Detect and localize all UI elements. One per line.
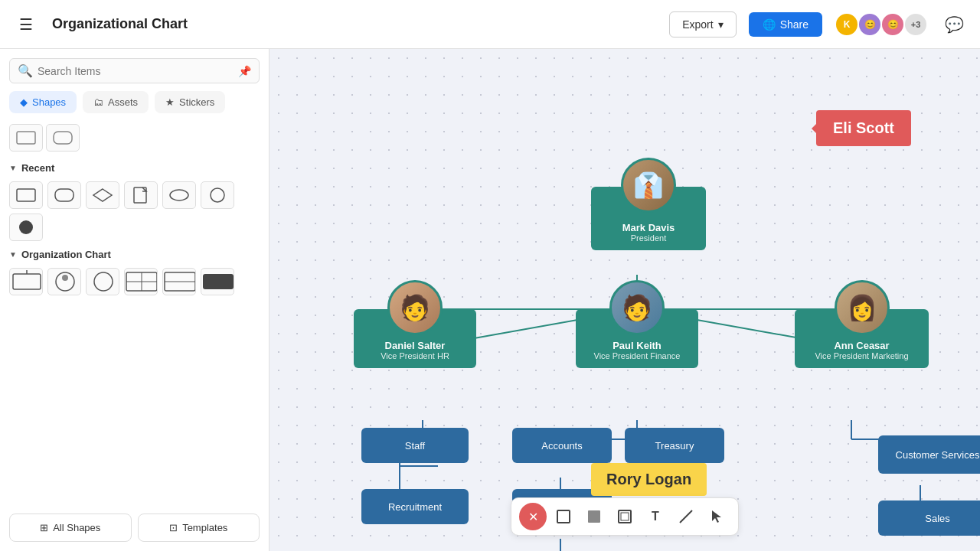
all-shapes-label: All Shapes: [53, 522, 100, 533]
mini-shape-1[interactable]: [9, 124, 43, 152]
staff-node[interactable]: Staff: [361, 428, 469, 463]
avatar-3: 😊: [880, 12, 905, 37]
canvas-toolbar: ✕ T: [511, 497, 739, 536]
svg-rect-3: [55, 189, 74, 201]
rect-tool-button[interactable]: [550, 503, 577, 530]
shape-rect-rounded[interactable]: [47, 181, 81, 209]
shape-page[interactable]: [124, 181, 158, 209]
recruitment-label: Recruitment: [388, 501, 442, 513]
sidebar: 🔍 📌 ◆ Shapes 🗂 Assets ★ Stickers: [0, 49, 270, 551]
grid-icon: ⊞: [40, 522, 48, 533]
header: ☰ Organizational Chart Export ▾ 🌐 Share …: [0, 0, 980, 49]
svg-rect-0: [17, 132, 35, 144]
pointer-tool-button[interactable]: [703, 503, 730, 530]
stickers-label: Stickers: [179, 96, 214, 108]
vp-marketing-title: Vice President Marketing: [802, 351, 921, 360]
all-shapes-button[interactable]: ⊞ All Shapes: [9, 514, 132, 542]
text-tool-button[interactable]: T: [642, 503, 669, 530]
recruitment-node[interactable]: Recruitment: [361, 489, 469, 524]
tab-assets[interactable]: 🗂 Assets: [83, 91, 149, 113]
recent-label: Recent: [21, 162, 54, 174]
shape-ellipse[interactable]: [201, 181, 234, 209]
sales-label: Sales: [925, 513, 950, 524]
svg-rect-1: [54, 132, 72, 144]
shape-diamond[interactable]: [86, 181, 119, 209]
accounts-node[interactable]: Accounts: [512, 428, 612, 463]
svg-point-6: [170, 190, 188, 201]
line-tool-button[interactable]: [672, 503, 700, 530]
org-shape-2[interactable]: [47, 268, 81, 295]
globe-icon: 🌐: [763, 18, 776, 31]
pin-button[interactable]: 📌: [238, 65, 251, 77]
vp-finance-node[interactable]: 🧑 Paul Keith Vice President Finance: [576, 309, 698, 368]
president-name: Mark Davis: [599, 222, 698, 233]
rory-logan-tooltip: Rory Logan: [591, 463, 707, 496]
svg-rect-43: [621, 513, 629, 520]
org-section-header[interactable]: ▼ Organization Chart: [9, 249, 260, 260]
vp-hr-name: Daniel Salter: [361, 340, 469, 351]
svg-rect-2: [17, 189, 35, 201]
president-node[interactable]: 👔 Mark Davis President: [591, 187, 706, 250]
close-toolbar-button[interactable]: ✕: [519, 503, 547, 530]
org-shape-4[interactable]: [124, 268, 158, 295]
accounts-label: Accounts: [541, 440, 582, 452]
svg-rect-40: [557, 510, 570, 523]
svg-point-7: [211, 188, 224, 202]
shape-rect[interactable]: [9, 181, 43, 209]
shape-ellipse-wide[interactable]: [162, 181, 196, 209]
assets-label: Assets: [108, 96, 138, 108]
treasury-label: Treasury: [655, 440, 694, 452]
main-area: 🔍 📌 ◆ Shapes 🗂 Assets ★ Stickers: [0, 49, 980, 551]
sales-node[interactable]: Sales: [878, 500, 980, 536]
mini-shape-2[interactable]: [46, 124, 80, 152]
org-label: Organization Chart: [21, 249, 111, 260]
rory-logan-text: Rory Logan: [606, 471, 691, 487]
search-input[interactable]: [38, 65, 234, 77]
shapes-label: Shapes: [32, 96, 66, 108]
org-shape-5[interactable]: [162, 268, 196, 295]
tab-stickers[interactable]: ★ Stickers: [155, 91, 225, 113]
org-shapes: [9, 268, 260, 295]
avatar-1: K: [835, 12, 859, 37]
mini-shape-row: [9, 121, 260, 155]
vp-finance-name: Paul Keith: [583, 340, 691, 351]
customer-services-node[interactable]: Customer Services: [878, 435, 980, 474]
share-label: Share: [780, 18, 808, 31]
org-shape-6[interactable]: [201, 268, 234, 295]
frame-tool-button[interactable]: [611, 503, 639, 530]
svg-rect-41: [588, 510, 600, 523]
export-button[interactable]: Export ▾: [669, 11, 736, 37]
president-title: President: [599, 233, 698, 243]
canvas[interactable]: 👔 Mark Davis President 🧑 Daniel Salter V…: [270, 49, 980, 551]
svg-line-44: [680, 510, 692, 523]
diamond-icon: ◆: [20, 96, 28, 108]
svg-rect-42: [619, 510, 631, 523]
menu-button[interactable]: ☰: [12, 11, 40, 38]
svg-rect-19: [203, 274, 234, 289]
vp-hr-node[interactable]: 🧑 Daniel Salter Vice President HR: [354, 309, 476, 368]
shape-circle-filled[interactable]: [9, 214, 43, 241]
customer-services-label: Customer Services: [896, 449, 980, 461]
avatar-count: +3: [903, 12, 928, 37]
org-shape-3[interactable]: [86, 268, 119, 295]
org-shape-1[interactable]: [9, 268, 43, 295]
svg-point-8: [19, 220, 33, 234]
tab-shapes[interactable]: ◆ Shapes: [9, 91, 77, 113]
vp-marketing-node[interactable]: 👩 Ann Ceasar Vice President Marketing: [795, 309, 929, 368]
templates-button[interactable]: ⊡ Templates: [138, 514, 260, 542]
share-button[interactable]: 🌐 Share: [749, 12, 822, 37]
avatar-2: 😊: [858, 12, 882, 37]
search-icon: 🔍: [18, 64, 33, 78]
chevron-down-icon: ▾: [718, 18, 724, 31]
treasury-node[interactable]: Treasury: [625, 428, 724, 463]
recent-section-header[interactable]: ▼ Recent: [9, 162, 260, 174]
rect-fill-tool-button[interactable]: [580, 503, 608, 530]
comment-button[interactable]: 💬: [940, 11, 968, 38]
staff-label: Staff: [405, 440, 426, 452]
tabs-row: ◆ Shapes 🗂 Assets ★ Stickers: [9, 91, 260, 113]
star-icon: ★: [165, 96, 175, 108]
svg-point-12: [62, 275, 68, 281]
svg-marker-45: [712, 510, 721, 523]
export-label: Export: [682, 18, 713, 31]
search-bar[interactable]: 🔍 📌: [9, 58, 260, 83]
